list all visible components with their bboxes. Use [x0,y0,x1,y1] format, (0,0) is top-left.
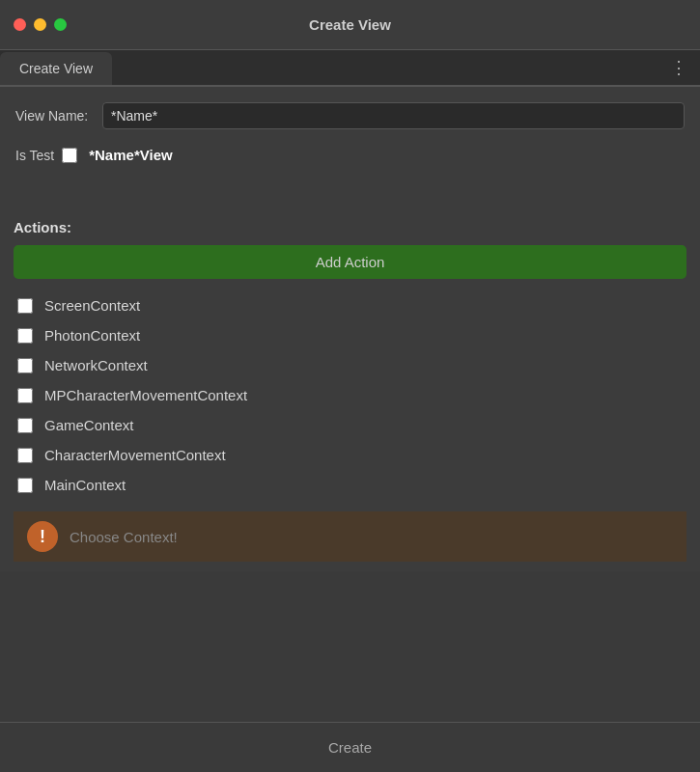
close-button[interactable] [14,18,26,31]
list-item: CharacterMovementContext [15,440,685,470]
warning-icon: ! [27,521,58,552]
game-context-checkbox[interactable] [17,418,33,433]
photon-context-checkbox[interactable] [17,328,33,344]
list-item: MPCharacterMovementContext [15,380,685,410]
context-label: CharacterMovementContext [44,447,226,463]
list-item: MainContext [15,470,685,500]
window-title: Create View [309,16,391,33]
view-name-input[interactable] [102,102,685,129]
tab-bar: Create View ⋮ [0,50,700,87]
window-controls [14,18,67,31]
title-bar: Create View [0,0,700,50]
is-test-row: Is Test *Name*View [14,143,686,167]
actions-label: Actions: [14,219,686,235]
spacer [0,184,700,213]
context-label: ScreenContext [44,297,140,314]
is-test-label: Is Test [15,148,54,163]
context-label: MPCharacterMovementContext [44,387,247,403]
warning-text: Choose Context! [70,529,178,545]
context-label: MainContext [44,477,126,493]
create-button[interactable]: Create [299,731,401,763]
minimize-button[interactable] [34,18,46,31]
main-content: View Name: Is Test *Name*View [0,87,700,184]
tab-menu-button[interactable]: ⋮ [670,57,688,78]
network-context-checkbox[interactable] [17,358,33,373]
list-item: ScreenContext [15,290,685,320]
warning-bar: ! Choose Context! [14,511,686,562]
create-view-tab[interactable]: Create View [0,52,112,85]
warning-exclamation: ! [40,527,45,547]
context-list: ScreenContext PhotonContext NetworkConte… [14,290,686,500]
view-name-display: *Name*View [89,147,172,163]
view-name-row: View Name: [14,96,686,135]
screen-context-checkbox[interactable] [17,298,33,314]
actions-section: Actions: Add Action ScreenContext Photon… [0,213,700,571]
tab-label: Create View [19,61,93,76]
context-label: NetworkContext [44,357,148,373]
list-item: PhotonContext [15,320,685,350]
context-label: PhotonContext [44,327,140,344]
list-item: GameContext [15,410,685,440]
list-item: NetworkContext [15,350,685,380]
context-label: GameContext [44,417,134,433]
main-context-checkbox[interactable] [17,478,33,493]
character-movement-context-checkbox[interactable] [17,448,33,463]
mp-character-movement-context-checkbox[interactable] [17,388,33,403]
add-action-button[interactable]: Add Action [14,245,686,279]
view-name-label: View Name: [15,108,102,124]
footer: Create [0,722,700,772]
maximize-button[interactable] [54,18,67,31]
is-test-checkbox[interactable] [62,148,77,163]
